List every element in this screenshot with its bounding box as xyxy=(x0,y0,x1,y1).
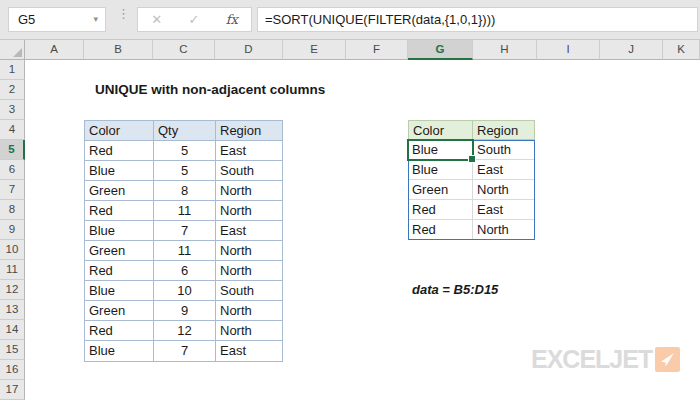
exceljet-logo: EXCELJET xyxy=(531,347,680,372)
table-cell[interactable]: North xyxy=(216,261,282,281)
column-header-C[interactable]: C xyxy=(153,40,215,60)
table-cell[interactable]: 11 xyxy=(154,241,216,261)
table-cell[interactable]: Red xyxy=(85,141,154,161)
table-cell[interactable]: 8 xyxy=(154,181,216,201)
row-header-14[interactable]: 14 xyxy=(0,320,25,340)
formula-buttons: ✕ ✓ fx xyxy=(137,7,252,32)
column-header-B[interactable]: B xyxy=(84,40,153,60)
cancel-icon[interactable]: ✕ xyxy=(151,12,162,27)
table-cell[interactable]: Green xyxy=(85,181,154,201)
name-box[interactable]: G5 ▾ xyxy=(8,7,106,32)
table-cell[interactable]: East xyxy=(216,221,282,241)
table-cell[interactable]: 5 xyxy=(154,161,216,181)
row-header-8[interactable]: 8 xyxy=(0,200,25,220)
table-cell[interactable]: North xyxy=(473,180,535,200)
column-headers: ABCDEFGHIJK xyxy=(25,40,700,60)
chevron-down-icon[interactable]: ▾ xyxy=(93,8,98,31)
row-headers: 1234567891011121314151617 xyxy=(0,60,25,400)
column-header-I[interactable]: I xyxy=(537,40,600,60)
table-cell[interactable]: 11 xyxy=(154,201,216,221)
table-cell[interactable]: Red xyxy=(85,261,154,281)
range-annotation[interactable]: data = B5:D15 xyxy=(412,280,498,300)
select-all-corner[interactable] xyxy=(0,40,25,60)
insert-function-icon[interactable]: fx xyxy=(226,12,238,27)
selected-cell-border xyxy=(407,139,474,161)
row-header-13[interactable]: 13 xyxy=(0,300,25,320)
table-cell[interactable]: Green xyxy=(85,241,154,261)
table-header-cell[interactable]: Color xyxy=(408,120,473,140)
row-header-4[interactable]: 4 xyxy=(0,120,25,140)
column-header-A[interactable]: A xyxy=(25,40,84,60)
formula-input[interactable]: =SORT(UNIQUE(FILTER(data,{1,0,1}))) xyxy=(257,7,698,32)
table-cell[interactable]: South xyxy=(216,161,282,181)
row-header-1[interactable]: 1 xyxy=(0,60,25,80)
table-header-cell[interactable]: Qty xyxy=(154,121,216,141)
paper-plane-icon xyxy=(655,347,680,372)
table-header-cell[interactable]: Region xyxy=(216,121,282,141)
column-header-H[interactable]: H xyxy=(473,40,537,60)
source-table: ColorQtyRegionRed5EastBlue5SouthGreen8No… xyxy=(84,120,283,362)
table-cell[interactable]: 7 xyxy=(154,341,216,361)
table-cell[interactable]: Green xyxy=(408,180,473,200)
table-cell[interactable]: East xyxy=(216,341,282,361)
table-cell[interactable]: Red xyxy=(85,201,154,221)
row-header-10[interactable]: 10 xyxy=(0,240,25,260)
row-header-3[interactable]: 3 xyxy=(0,100,25,120)
row-header-5[interactable]: 5 xyxy=(0,140,25,160)
table-cell[interactable]: Red xyxy=(408,200,473,220)
table-cell[interactable]: North xyxy=(216,201,282,221)
table-cell[interactable]: 5 xyxy=(154,141,216,161)
page-title[interactable]: UNIQUE with non-adjacent columns xyxy=(95,80,325,100)
table-cell[interactable]: 9 xyxy=(154,301,216,321)
table-cell[interactable]: South xyxy=(473,140,535,160)
result-table: ColorRegionBlueSouthBlueEastGreenNorthRe… xyxy=(408,120,535,240)
row-header-16[interactable]: 16 xyxy=(0,360,25,380)
row-header-6[interactable]: 6 xyxy=(0,160,25,180)
table-cell[interactable]: North xyxy=(216,321,282,341)
row-header-7[interactable]: 7 xyxy=(0,180,25,200)
column-header-F[interactable]: F xyxy=(346,40,408,60)
table-cell[interactable]: North xyxy=(216,181,282,201)
table-header-cell[interactable]: Region xyxy=(473,120,535,140)
table-cell[interactable]: Red xyxy=(408,220,473,240)
row-header-9[interactable]: 9 xyxy=(0,220,25,240)
table-cell[interactable]: North xyxy=(216,241,282,261)
row-header-15[interactable]: 15 xyxy=(0,340,25,360)
table-cell[interactable]: Blue xyxy=(85,341,154,361)
column-header-E[interactable]: E xyxy=(283,40,346,60)
row-header-17[interactable]: 17 xyxy=(0,380,25,400)
name-box-value: G5 xyxy=(18,12,35,27)
table-cell[interactable]: Red xyxy=(85,321,154,341)
table-cell[interactable]: Blue xyxy=(408,160,473,180)
table-cell[interactable]: Blue xyxy=(85,221,154,241)
column-header-J[interactable]: J xyxy=(600,40,663,60)
table-cell[interactable]: 12 xyxy=(154,321,216,341)
table-cell[interactable]: 6 xyxy=(154,261,216,281)
excel-window: G5 ▾ ⋮ ✕ ✓ fx =SORT(UNIQUE(FILTER(data,{… xyxy=(0,0,700,400)
table-cell[interactable]: South xyxy=(216,281,282,301)
table-cell[interactable]: Blue xyxy=(85,281,154,301)
table-cell[interactable]: Blue xyxy=(85,161,154,181)
select-all-icon xyxy=(13,48,22,57)
formula-bar-handle-icon[interactable]: ⋮ xyxy=(117,10,125,17)
row-header-2[interactable]: 2 xyxy=(0,80,25,100)
table-cell[interactable]: 7 xyxy=(154,221,216,241)
table-cell[interactable]: East xyxy=(473,160,535,180)
table-cell[interactable]: North xyxy=(216,301,282,321)
table-cell[interactable]: East xyxy=(216,141,282,161)
column-header-K[interactable]: K xyxy=(663,40,700,60)
enter-icon[interactable]: ✓ xyxy=(188,12,199,27)
column-header-D[interactable]: D xyxy=(215,40,283,60)
table-header-cell[interactable]: Color xyxy=(85,121,154,141)
logo-text: EXCELJET xyxy=(531,347,652,372)
row-header-12[interactable]: 12 xyxy=(0,280,25,300)
row-header-11[interactable]: 11 xyxy=(0,260,25,280)
column-header-G[interactable]: G xyxy=(408,40,473,60)
fill-handle[interactable] xyxy=(468,155,476,163)
table-cell[interactable]: 10 xyxy=(154,281,216,301)
table-cell[interactable]: Green xyxy=(85,301,154,321)
formula-bar: G5 ▾ ⋮ ✕ ✓ fx =SORT(UNIQUE(FILTER(data,{… xyxy=(0,0,700,40)
table-cell[interactable]: East xyxy=(473,200,535,220)
table-cell[interactable]: North xyxy=(473,220,535,240)
